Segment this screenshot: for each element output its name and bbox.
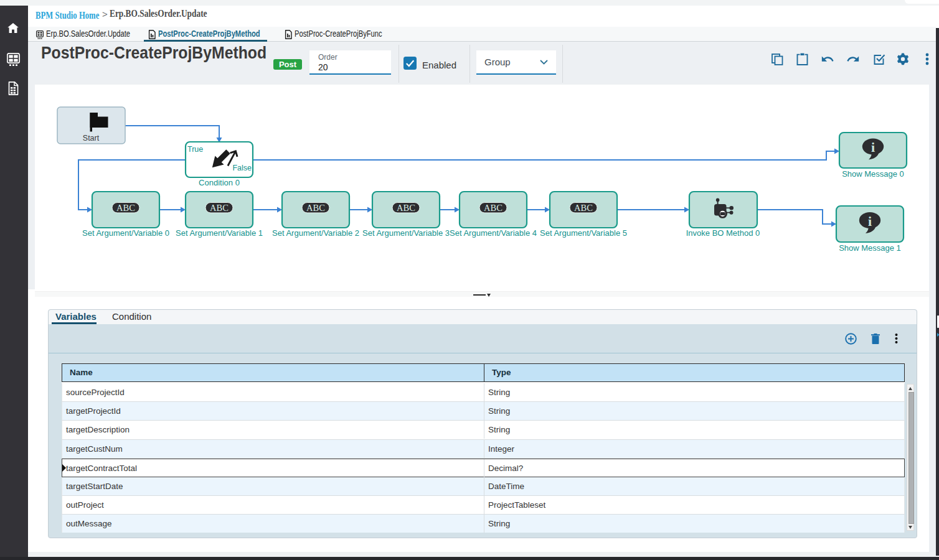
svg-text:ABC: ABC xyxy=(484,203,503,213)
svg-text:Start: Start xyxy=(83,134,100,142)
svg-text:Invoke BO Method 0: Invoke BO Method 0 xyxy=(686,228,760,238)
svg-text:i: i xyxy=(868,213,872,229)
svg-text:Set Argument/Variable 4: Set Argument/Variable 4 xyxy=(450,228,537,238)
svg-text:False: False xyxy=(232,164,252,172)
svg-text:Set Argument/Variable 0: Set Argument/Variable 0 xyxy=(82,228,169,238)
svg-text:Condition 0: Condition 0 xyxy=(199,178,240,187)
svg-text:ABC: ABC xyxy=(397,203,415,213)
svg-text:ABC: ABC xyxy=(306,203,325,213)
svg-text:Set Argument/Variable 1: Set Argument/Variable 1 xyxy=(176,228,263,238)
svg-text:Set Argument/Variable 3: Set Argument/Variable 3 xyxy=(362,228,450,238)
svg-text:ABC: ABC xyxy=(210,203,229,213)
svg-text:Show Message 0: Show Message 0 xyxy=(842,169,904,179)
svg-text:True: True xyxy=(187,145,203,154)
svg-text:Show Message 1: Show Message 1 xyxy=(839,243,901,253)
svg-text:i: i xyxy=(871,139,875,155)
svg-text:ABC: ABC xyxy=(116,203,135,213)
svg-text:ABC: ABC xyxy=(574,203,593,213)
svg-text:Set Argument/Variable 5: Set Argument/Variable 5 xyxy=(540,228,627,238)
svg-text:Set Argument/Variable 2: Set Argument/Variable 2 xyxy=(272,228,359,238)
